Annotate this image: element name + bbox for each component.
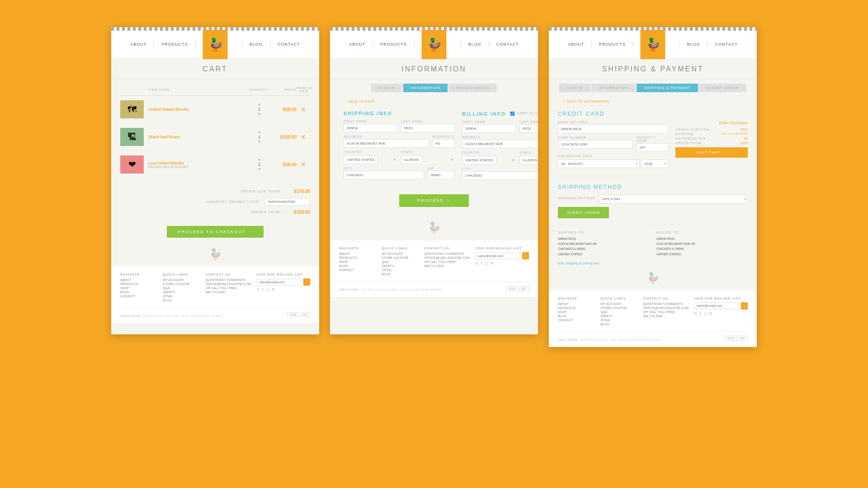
qty-down-arrow[interactable]: ▼ — [258, 168, 261, 171]
city-input[interactable] — [344, 171, 424, 179]
back-to-info[interactable]: ← BACK TO INFORMATION — [549, 96, 757, 107]
billing-city-input[interactable] — [462, 171, 538, 180]
step-signin[interactable]: SIGN IN — [559, 84, 590, 92]
pinterest-icon[interactable]: P — [272, 287, 275, 292]
nav-blog[interactable]: BLOG — [687, 42, 700, 47]
item-name[interactable]: Love Heart Blocks — [148, 161, 247, 165]
step-signin[interactable]: SIGN IN — [371, 84, 402, 92]
qty-up-arrow[interactable]: ▲ — [258, 130, 261, 134]
billing-address-input[interactable] — [462, 140, 538, 148]
footer-link-safety[interactable]: SAFETY — [163, 291, 200, 294]
address-input[interactable] — [344, 139, 429, 148]
footer-link-about[interactable]: ABOUT — [120, 278, 157, 282]
footer-link-qa[interactable]: Q&A — [600, 310, 637, 314]
footer-link-contact[interactable]: CONTACT — [339, 268, 376, 272]
billing-first-input[interactable] — [462, 124, 516, 133]
footer-link-account[interactable]: MY ACCOUNT — [163, 278, 200, 282]
footer-link-cpsia[interactable]: CPSIA — [163, 295, 200, 298]
footer-link-about[interactable]: ABOUT — [339, 252, 376, 255]
footer-link-safety[interactable]: SAFETY — [600, 314, 637, 318]
footer-link-products[interactable]: PRODUCTS — [339, 256, 376, 259]
address2-input[interactable] — [432, 139, 455, 148]
footer-email-input[interactable] — [694, 302, 739, 309]
step-information[interactable]: INFORMATION — [403, 84, 448, 92]
zip-input[interactable] — [428, 171, 455, 179]
qty-down-arrow[interactable]: ▼ — [258, 113, 261, 116]
footer-link-cpsia[interactable]: CPSIA — [382, 268, 419, 272]
footer-link-qa[interactable]: Q&A — [382, 260, 419, 263]
nav-contact[interactable]: CONTACT — [496, 42, 519, 47]
footer-link-store[interactable]: STORE LOCATOR — [382, 256, 419, 259]
checkout-button[interactable]: PROCEED TO CHECKOUT → — [167, 226, 264, 238]
footer-link-blog2[interactable]: BLOG — [600, 323, 637, 326]
nav-blog[interactable]: BLOG — [468, 42, 481, 47]
footer-link-cpsia[interactable]: CPSIA — [600, 319, 637, 322]
nav-products[interactable]: PRODUCTS — [380, 42, 407, 47]
facebook-icon[interactable]: f — [700, 311, 701, 316]
exp-year-select[interactable]: 2018 — [641, 160, 668, 168]
nav-contact[interactable]: CONTACT — [715, 42, 738, 47]
footer-link-products[interactable]: PRODUCTS — [558, 306, 595, 310]
logo[interactable]: 🦆 — [422, 30, 447, 59]
qty-control[interactable]: ▲ 1 ▼ — [247, 103, 272, 116]
footer-link-account[interactable]: MY ACCOUNT — [600, 302, 637, 305]
remove-button[interactable]: ✕ — [297, 133, 310, 141]
billing-last-input[interactable] — [519, 124, 538, 133]
logo[interactable]: 🦆 — [203, 30, 228, 59]
submit-order-button[interactable]: SUBMIT ORDER — [558, 207, 609, 218]
footer-link-shop[interactable]: SHOP — [120, 286, 157, 290]
footer-email-input[interactable] — [256, 279, 302, 286]
footer-email-submit[interactable]: › — [522, 252, 529, 259]
nav-contact[interactable]: CONTACT — [278, 42, 300, 47]
qty-up-arrow[interactable]: ▲ — [258, 158, 261, 161]
twitter-icon[interactable]: 𝕏 — [694, 311, 697, 316]
billing-country-select[interactable]: UNITED STATES — [462, 156, 496, 164]
footer-link-contact[interactable]: CONTACT — [120, 295, 157, 298]
step-review[interactable]: REVIEW ORDER — [448, 84, 497, 92]
qty-control[interactable]: ▲ 1 ▼ — [247, 158, 272, 171]
footer-link-store[interactable]: STORE LOCATOR — [600, 306, 637, 310]
facebook-icon[interactable]: f — [481, 261, 482, 266]
state-select[interactable]: ILLINOIS — [401, 155, 422, 164]
nav-products[interactable]: PRODUCTS — [599, 42, 626, 47]
footer-link-shop[interactable]: SHOP — [339, 260, 376, 263]
edit-cart-button[interactable]: EDIT CART → — [675, 147, 748, 158]
footer-email-input[interactable] — [475, 253, 520, 259]
pinterest-icon[interactable]: P — [491, 261, 494, 266]
card-number-input[interactable] — [558, 140, 633, 149]
footer-link-blog[interactable]: BLOG — [339, 264, 376, 267]
footer-link-store[interactable]: STORE LOCATOR — [163, 282, 200, 286]
qty-down-arrow[interactable]: ▼ — [258, 140, 261, 144]
coupon-input[interactable] — [265, 198, 310, 206]
security-input[interactable] — [637, 143, 668, 152]
nav-blog[interactable]: BLOG — [250, 42, 263, 47]
process-button[interactable]: PROCESS → — [399, 194, 469, 207]
footer-email-submit[interactable]: › — [303, 278, 310, 286]
nav-products[interactable]: PRODUCTS — [161, 42, 188, 47]
instagram-icon[interactable]: ◻ — [704, 311, 707, 316]
footer-link-about[interactable]: ABOUT — [558, 302, 595, 305]
qty-up-arrow[interactable]: ▲ — [258, 103, 261, 106]
footer-link-blog2[interactable]: BLOG — [382, 272, 419, 276]
twitter-icon[interactable]: 𝕏 — [475, 261, 478, 266]
card-name-input[interactable] — [558, 125, 668, 133]
instagram-icon[interactable]: ◻ — [266, 287, 269, 292]
footer-email-submit[interactable]: › — [741, 302, 748, 310]
logo[interactable]: 🦆 — [641, 30, 665, 59]
exp-month-select[interactable]: 08 - AUGUST — [558, 160, 639, 168]
nav-about[interactable]: ABOUT — [130, 42, 146, 47]
twitter-icon[interactable]: 𝕏 — [256, 287, 259, 292]
step-submit[interactable]: SUBMIT ORDER — [699, 84, 746, 92]
shipping-options-select[interactable]: UPS 5 DAY — [599, 195, 748, 203]
first-name-input[interactable] — [344, 124, 397, 132]
footer-link-contact[interactable]: CONTACT — [558, 319, 595, 322]
footer-link-products[interactable]: PRODUCTS — [120, 282, 157, 286]
remove-button[interactable]: ✕ — [297, 161, 310, 168]
instagram-icon[interactable]: ◻ — [485, 261, 488, 266]
billing-state-select[interactable]: ILLINOIS — [519, 156, 538, 164]
nav-about[interactable]: ABOUT — [349, 42, 365, 47]
footer-link-qa[interactable]: Q&A — [163, 286, 200, 290]
nav-about[interactable]: ABOUT — [568, 42, 584, 47]
step-shipping[interactable]: SHIPPING & PAYMENT — [637, 84, 698, 92]
facebook-icon[interactable]: f — [262, 287, 264, 292]
